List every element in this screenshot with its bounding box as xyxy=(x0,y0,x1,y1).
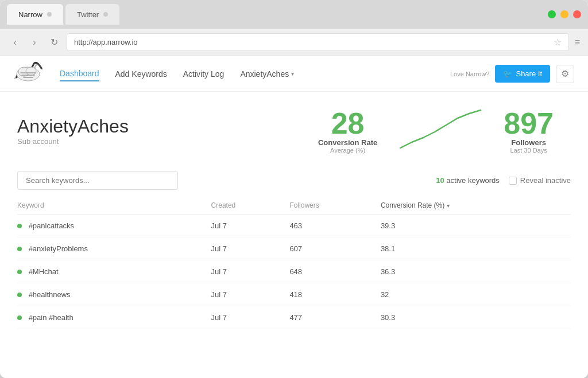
browser-menu-icon[interactable]: ≡ xyxy=(575,37,580,48)
title-bar: Narrow Twitter xyxy=(0,0,588,29)
followers-sublabel: Last 30 Days xyxy=(504,147,554,154)
keyword-cell: #MHchat xyxy=(17,260,211,283)
nav-anxiety-aches[interactable]: AnxietyAches ▾ xyxy=(240,67,294,81)
close-button[interactable] xyxy=(573,10,581,18)
nav-right: Love Narrow? 🐦 Share It ⚙ xyxy=(450,65,574,83)
app-logo xyxy=(14,61,42,87)
tab-narrow[interactable]: Narrow xyxy=(7,4,63,25)
nav-anxiety-aches-label: AnxietyAches xyxy=(240,69,289,79)
tab-close-dot xyxy=(47,12,52,17)
app-nav: Dashboard Add Keywords Activity Log Anxi… xyxy=(0,56,588,92)
table-row: #pain #health Jul 7 477 30.3 xyxy=(17,306,571,329)
table-row: #healthnews Jul 7 418 32 xyxy=(17,283,571,306)
active-keywords-count: 10 xyxy=(436,176,444,185)
gear-icon: ⚙ xyxy=(561,68,569,79)
followers-cell: 607 xyxy=(289,237,380,260)
tabs-container: Narrow Twitter xyxy=(7,4,548,25)
search-input[interactable] xyxy=(17,171,178,190)
nav-dashboard[interactable]: Dashboard xyxy=(60,67,99,81)
followers-cell: 477 xyxy=(289,306,380,329)
back-button[interactable]: ‹ xyxy=(8,36,22,49)
share-label: Share It xyxy=(516,69,542,78)
minimize-button[interactable] xyxy=(560,10,568,18)
svg-point-2 xyxy=(26,67,36,75)
app-content: Dashboard Add Keywords Activity Log Anxi… xyxy=(0,56,588,378)
conversion-rate-stat: 28 Conversion Rate Average (%) xyxy=(301,108,394,154)
followers-cell: 463 xyxy=(289,215,380,237)
col-created: Created xyxy=(211,197,290,215)
keyword-status-dot xyxy=(17,315,22,320)
tab-twitter-close-dot xyxy=(103,12,108,17)
created-cell: Jul 7 xyxy=(211,237,290,260)
table-row: #panicattacks Jul 7 463 39.3 xyxy=(17,215,571,237)
account-info: AnxietyAches Sub account xyxy=(17,116,301,146)
nav-activity-log[interactable]: Activity Log xyxy=(183,67,225,81)
keyword-status-dot xyxy=(17,224,22,228)
conversion-cell: 39.3 xyxy=(381,215,571,237)
col-keyword: Keyword xyxy=(17,197,211,215)
tab-twitter[interactable]: Twitter xyxy=(65,4,119,25)
reveal-inactive-label: Reveal inactive xyxy=(520,176,571,185)
chevron-down-icon: ▾ xyxy=(291,71,294,77)
conversion-cell: 32 xyxy=(381,283,571,306)
col-followers: Followers xyxy=(289,197,380,215)
created-cell: Jul 7 xyxy=(211,283,290,306)
keyword-cell: #healthnews xyxy=(17,283,211,306)
active-keywords-label: 10 active keywords xyxy=(436,176,500,185)
tab-narrow-label: Narrow xyxy=(18,10,42,19)
conversion-rate-label: Conversion Rate xyxy=(318,138,377,147)
forward-button[interactable]: › xyxy=(28,36,41,49)
conversion-cell: 30.3 xyxy=(381,306,571,329)
conversion-cell: 36.3 xyxy=(381,260,571,283)
keyword-cell: #pain #health xyxy=(17,306,211,329)
url-text: http://app.narrow.io xyxy=(74,38,138,46)
conversion-rate-value: 28 xyxy=(318,108,377,138)
share-button[interactable]: 🐦 Share It xyxy=(495,65,550,83)
account-name: AnxietyAches xyxy=(17,116,301,137)
bookmark-icon: ☆ xyxy=(554,37,562,48)
followers-cell: 418 xyxy=(289,283,380,306)
followers-value: 897 xyxy=(504,108,554,138)
keyword-status-dot xyxy=(17,247,22,251)
url-bar[interactable]: http://app.narrow.io ☆ xyxy=(67,33,569,51)
settings-button[interactable]: ⚙ xyxy=(556,65,574,83)
love-text: Love Narrow? xyxy=(450,71,489,77)
keyword-cell: #panicattacks xyxy=(17,215,211,237)
col-conversion-rate[interactable]: Conversion Rate (%) ▾ xyxy=(381,197,571,215)
twitter-icon: 🐦 xyxy=(503,69,512,78)
conversion-rate-sublabel: Average (%) xyxy=(318,147,377,154)
conversion-cell: 38.1 xyxy=(381,237,571,260)
table-body: #panicattacks Jul 7 463 39.3 #anxietyPro… xyxy=(17,215,571,329)
table-header: Keyword Created Followers Conversion Rat… xyxy=(17,197,571,215)
reveal-inactive-checkbox[interactable] xyxy=(509,177,517,185)
tab-twitter-label: Twitter xyxy=(77,10,99,19)
table-row: #MHchat Jul 7 648 36.3 xyxy=(17,260,571,283)
created-cell: Jul 7 xyxy=(211,215,290,237)
address-bar: ‹ › ↻ http://app.narrow.io ☆ ≡ xyxy=(0,29,588,56)
followers-cell: 648 xyxy=(289,260,380,283)
keyword-status-dot xyxy=(17,270,22,274)
keywords-table: Keyword Created Followers Conversion Rat… xyxy=(17,197,571,329)
followers-stat: 897 Followers Last 30 Days xyxy=(486,108,571,154)
trend-chart xyxy=(394,108,486,154)
maximize-button[interactable] xyxy=(548,10,556,18)
keyword-cell: #anxietyProblems xyxy=(17,237,211,260)
dashboard: AnxietyAches Sub account 28 Conversion R… xyxy=(0,92,588,378)
refresh-button[interactable]: ↻ xyxy=(47,36,61,49)
window-controls xyxy=(548,10,581,18)
created-cell: Jul 7 xyxy=(211,306,290,329)
browser-window: Narrow Twitter ‹ › ↻ http://app.narrow.i… xyxy=(0,0,588,378)
account-sub: Sub account xyxy=(17,137,301,146)
reveal-inactive-toggle[interactable]: Reveal inactive xyxy=(509,176,571,185)
keyword-status-dot xyxy=(17,293,22,297)
stats-row: AnxietyAches Sub account 28 Conversion R… xyxy=(17,108,571,154)
active-keywords-text: active keywords xyxy=(446,176,499,185)
nav-add-keywords[interactable]: Add Keywords xyxy=(115,67,167,81)
sort-icon: ▾ xyxy=(447,202,450,209)
keywords-toolbar: 10 active keywords Reveal inactive xyxy=(17,171,571,190)
table-row: #anxietyProblems Jul 7 607 38.1 xyxy=(17,237,571,260)
created-cell: Jul 7 xyxy=(211,260,290,283)
nav-links: Dashboard Add Keywords Activity Log Anxi… xyxy=(60,67,450,81)
